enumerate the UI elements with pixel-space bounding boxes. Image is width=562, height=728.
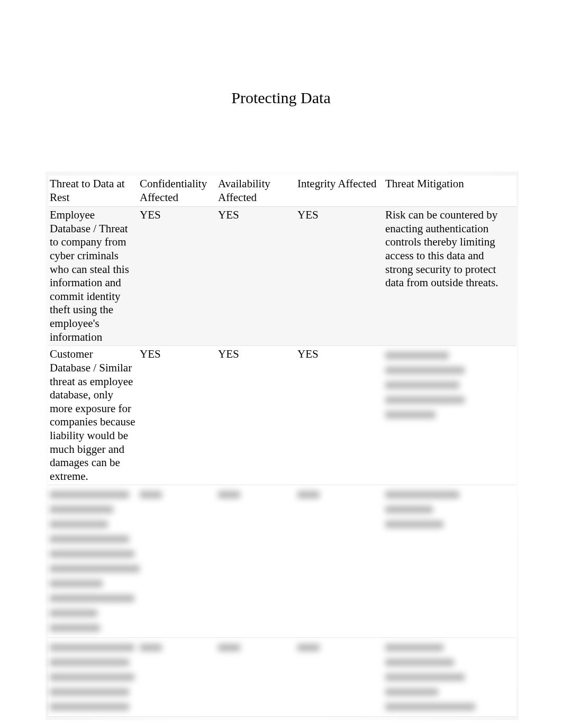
- table-header-row: Threat to Data at Rest Confidentiality A…: [49, 176, 516, 207]
- blurred-text: [297, 640, 381, 656]
- blurred-text: [140, 487, 214, 503]
- col-header-confidentiality: Confidentiality Affected: [139, 176, 217, 207]
- table-row: [49, 638, 516, 717]
- blurred-text: [297, 487, 381, 503]
- blurred-text: [140, 640, 214, 656]
- col-header-integrity: Integrity Affected: [296, 176, 384, 207]
- cell-threat: Customer Database / Similar threat as em…: [49, 346, 139, 485]
- cell-confidentiality: YES: [139, 346, 217, 485]
- page-title: Protecting Data: [0, 0, 562, 176]
- cell-mitigation: Risk can be countered by enacting authen…: [384, 207, 516, 346]
- table-row: [49, 485, 516, 638]
- blurred-text: [50, 640, 135, 715]
- cell-availability: [217, 485, 296, 638]
- cell-availability: YES: [217, 207, 296, 346]
- cell-mitigation: [384, 346, 516, 485]
- cell-mitigation: [384, 485, 516, 638]
- cell-confidentiality: [139, 485, 217, 638]
- cell-integrity: YES: [296, 207, 384, 346]
- table-row: Employee Database / Threat to company fr…: [49, 207, 516, 346]
- data-table: Threat to Data at Rest Confidentiality A…: [49, 176, 516, 717]
- cell-threat: [49, 638, 139, 717]
- cell-threat: [49, 485, 139, 638]
- cell-confidentiality: YES: [139, 207, 217, 346]
- cell-threat: Employee Database / Threat to company fr…: [49, 207, 139, 346]
- cell-integrity: YES: [296, 346, 384, 485]
- table-container: Threat to Data at Rest Confidentiality A…: [49, 176, 515, 717]
- cell-mitigation: [384, 638, 516, 717]
- blurred-text: [385, 348, 513, 423]
- cell-availability: [217, 638, 296, 717]
- blurred-text: [218, 487, 293, 503]
- blurred-text: [385, 487, 513, 532]
- blurred-text: [218, 640, 293, 656]
- blurred-text: [385, 640, 513, 715]
- cell-integrity: [296, 638, 384, 717]
- col-header-mitigation: Threat Mitigation: [384, 176, 516, 207]
- blurred-text: [50, 487, 135, 636]
- col-header-availability: Availability Affected: [217, 176, 296, 207]
- cell-integrity: [296, 485, 384, 638]
- table-row: Customer Database / Similar threat as em…: [49, 346, 516, 485]
- col-header-threat: Threat to Data at Rest: [49, 176, 139, 207]
- cell-availability: YES: [217, 346, 296, 485]
- table-body: Employee Database / Threat to company fr…: [49, 207, 516, 717]
- cell-confidentiality: [139, 638, 217, 717]
